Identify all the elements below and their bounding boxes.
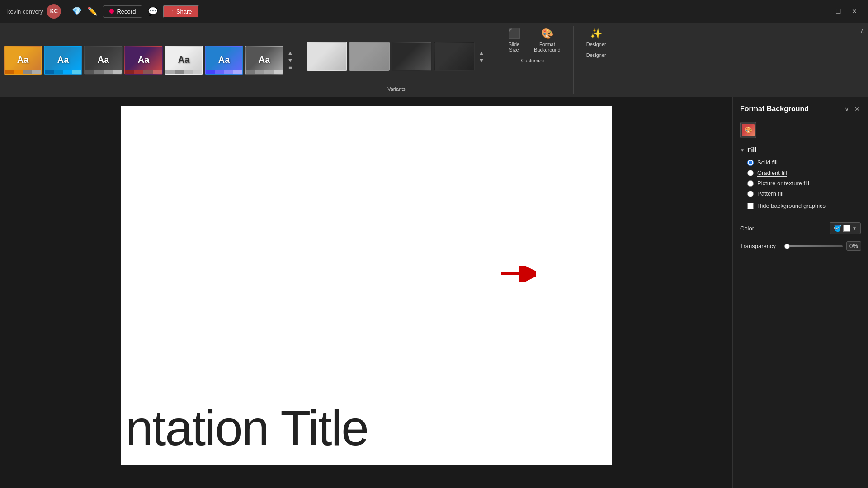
- scroll-down-icon[interactable]: ▼: [287, 57, 293, 63]
- hide-background-graphics-checkbox[interactable]: [747, 203, 754, 209]
- color-label: Color: [740, 225, 754, 232]
- format-background-button[interactable]: 🎨 FormatBackground: [530, 26, 564, 54]
- username: kevin convery: [7, 8, 43, 15]
- variants-scroll-up-icon[interactable]: ▲: [478, 50, 485, 56]
- color-dropdown-icon: ▼: [852, 226, 857, 231]
- share-button[interactable]: ↑ Share: [163, 5, 199, 18]
- fill-paint-icon: 🎨: [742, 124, 755, 136]
- theme-label-1: Aa: [57, 55, 69, 65]
- paint-bucket-icon: 🪣: [834, 225, 841, 232]
- panel-title: Format Background: [740, 105, 809, 113]
- theme-thumb-1[interactable]: Aa: [44, 46, 82, 75]
- slide-area: ntation Title: [0, 97, 732, 488]
- designer-icon: ✨: [590, 28, 602, 40]
- color-picker-button[interactable]: 🪣 ▼: [830, 222, 861, 234]
- panel-divider-1: [733, 215, 868, 215]
- gradient-fill-label: Gradient fill: [757, 169, 787, 176]
- record-label: Record: [117, 8, 136, 15]
- format-background-icon: 🎨: [541, 28, 553, 40]
- transparency-label: Transparency: [740, 243, 781, 249]
- color-swatch: [843, 225, 850, 232]
- customize-label: Customize: [521, 58, 544, 63]
- ribbon-collapse-icon[interactable]: ∧: [860, 28, 864, 34]
- user-info: kevin convery KC: [7, 4, 61, 19]
- panel-collapse-icon[interactable]: ∨: [844, 104, 850, 113]
- panel-header-icons: ∨ ✕: [844, 104, 861, 113]
- picture-texture-fill-radio[interactable]: [747, 180, 754, 187]
- close-button[interactable]: ✕: [848, 5, 861, 18]
- maximize-button[interactable]: ☐: [832, 5, 844, 18]
- designer-btn-label: Designer: [586, 42, 606, 47]
- theme-label-5: Aa: [218, 55, 230, 65]
- transparency-value[interactable]: 0%: [846, 241, 861, 251]
- chat-icon[interactable]: 💬: [148, 6, 158, 16]
- solid-fill-option[interactable]: Solid fill: [747, 159, 861, 166]
- hide-background-graphics-label: Hide background graphics: [757, 202, 826, 209]
- variant-thumb-1[interactable]: [349, 42, 390, 71]
- diamond-icon[interactable]: 💎: [72, 6, 82, 16]
- customize-section: ⬛ SlideSize 🎨 FormatBackground Customize: [494, 23, 571, 97]
- variants-scroll-arrows[interactable]: ▲ ▼: [476, 48, 486, 65]
- solid-fill-radio[interactable]: [747, 160, 754, 166]
- theme-scroll-arrows[interactable]: ▲ ▼ ≡: [285, 48, 295, 72]
- fill-section-label: Fill: [747, 146, 756, 154]
- solid-fill-label: Solid fill: [757, 159, 778, 166]
- designer-section: ✨ Designer Designer: [576, 23, 617, 97]
- transparency-row: Transparency 0%: [733, 238, 868, 254]
- theme-label-0: Aa: [17, 55, 29, 65]
- theme-label-3: Aa: [138, 55, 150, 65]
- fill-radio-group: Solid fill Gradient fill Picture or text…: [740, 157, 861, 201]
- panel-header: Format Background ∨ ✕: [733, 97, 868, 117]
- designer-label: Designer: [586, 52, 606, 58]
- variants-section: ▲ ▼ Variants: [303, 23, 490, 97]
- pattern-fill-option[interactable]: Pattern fill: [747, 190, 861, 197]
- divider-2: [492, 26, 492, 94]
- gradient-fill-option[interactable]: Gradient fill: [747, 169, 861, 176]
- variants-scroll-down-icon[interactable]: ▼: [478, 57, 485, 63]
- variant-thumb-2[interactable]: [392, 42, 432, 71]
- theme-thumb-5[interactable]: Aa: [205, 46, 243, 75]
- user-avatar[interactable]: KC: [47, 4, 61, 19]
- fill-section-header[interactable]: ▼ Fill: [740, 143, 861, 157]
- divider-3: [573, 26, 574, 94]
- theme-thumb-4[interactable]: Aa: [165, 46, 203, 75]
- slide-size-button[interactable]: ⬛ SlideSize: [501, 26, 527, 54]
- fill-section: ▼ Fill Solid fill Gradient fill Picture …: [733, 143, 868, 211]
- picture-texture-fill-option[interactable]: Picture or texture fill: [747, 180, 861, 187]
- theme-thumbnails: Aa Aa Aa Aa Aa Aa: [0, 23, 299, 97]
- slide-canvas[interactable]: ntation Title: [121, 106, 612, 465]
- record-button[interactable]: Record: [103, 5, 142, 18]
- slide-size-label: SlideSize: [509, 42, 519, 52]
- theme-thumb-6[interactable]: Aa: [245, 46, 283, 75]
- hide-background-graphics-option[interactable]: Hide background graphics: [740, 201, 861, 211]
- designer-button[interactable]: ✨ Designer: [583, 26, 610, 49]
- record-dot-icon: [109, 9, 114, 14]
- slide-title: ntation Title: [126, 399, 368, 456]
- scroll-more-icon[interactable]: ≡: [287, 64, 293, 70]
- variant-thumb-0[interactable]: [307, 42, 347, 71]
- theme-thumb-3[interactable]: Aa: [124, 46, 163, 75]
- minimize-button[interactable]: —: [816, 5, 828, 18]
- main-area: ntation Title Format Background ∨ ✕: [0, 97, 868, 488]
- fill-tab-icon[interactable]: 🎨: [740, 122, 756, 138]
- slide-size-icon: ⬛: [508, 28, 520, 40]
- scroll-up-icon[interactable]: ▲: [287, 50, 293, 56]
- transparency-slider[interactable]: [784, 245, 843, 247]
- ribbon: Aa Aa Aa Aa Aa Aa: [0, 23, 868, 97]
- arrow-annotation: [500, 266, 536, 282]
- pattern-fill-radio[interactable]: [747, 191, 754, 197]
- fill-chevron-icon: ▼: [740, 148, 745, 153]
- pen-icon[interactable]: ✏️: [87, 6, 97, 16]
- theme-thumb-0[interactable]: Aa: [4, 46, 42, 75]
- theme-thumb-2[interactable]: Aa: [84, 46, 123, 75]
- gradient-fill-radio[interactable]: [747, 170, 754, 176]
- theme-label-4: Aa: [178, 55, 190, 65]
- theme-label-6: Aa: [259, 55, 270, 65]
- top-bar: kevin convery KC 💎 ✏️ Record 💬 ↑ Share —…: [0, 0, 868, 23]
- variant-thumb-3[interactable]: [434, 42, 475, 71]
- panel-close-icon[interactable]: ✕: [854, 104, 861, 113]
- panel-tab-icons: 🎨: [733, 117, 868, 143]
- divider-1: [301, 26, 301, 94]
- share-label: Share: [176, 8, 192, 15]
- share-icon: ↑: [170, 8, 174, 15]
